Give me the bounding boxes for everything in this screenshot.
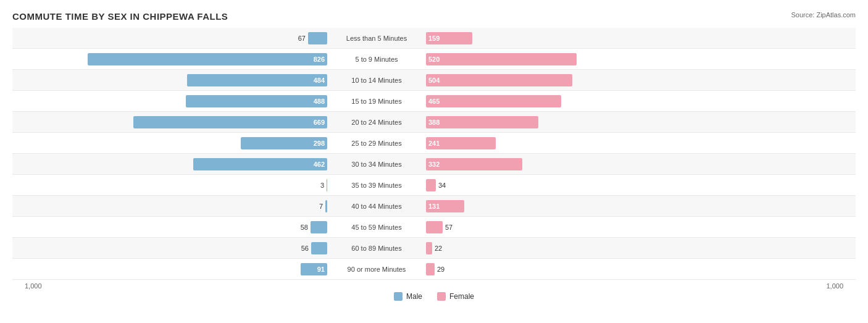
rows-wrapper: 67Less than 5 Minutes1598265 to 9 Minute… xyxy=(12,28,856,280)
left-section: 669 xyxy=(12,112,327,132)
left-section: 7 xyxy=(12,196,327,216)
table-row: 5845 to 59 Minutes57 xyxy=(12,217,856,238)
table-row: 29825 to 29 Minutes241 xyxy=(12,133,856,154)
legend-male: Male xyxy=(394,292,422,301)
female-bar xyxy=(426,242,432,254)
right-section: 504 xyxy=(426,70,741,90)
legend-female: Female xyxy=(437,292,474,301)
male-value: 669 xyxy=(314,119,325,126)
male-bar: 826 xyxy=(88,53,327,65)
female-value: 34 xyxy=(438,182,446,189)
row-label: 5 to 9 Minutes xyxy=(327,56,426,63)
male-bar: 488 xyxy=(186,95,327,107)
left-section: 3 xyxy=(12,175,327,195)
female-value: 465 xyxy=(428,98,440,105)
male-value: 56 xyxy=(301,245,309,252)
table-row: 66920 to 24 Minutes388 xyxy=(12,112,856,133)
female-bar: 520 xyxy=(426,53,577,65)
right-section: 465 xyxy=(426,91,741,111)
female-bar: 131 xyxy=(426,200,464,212)
axis-left: 1,000 xyxy=(25,282,42,290)
row-label: Less than 5 Minutes xyxy=(327,35,426,42)
table-row: 9190 or more Minutes29 xyxy=(12,259,856,280)
right-section: 159 xyxy=(426,28,741,48)
left-section: 91 xyxy=(12,259,327,279)
male-value: 67 xyxy=(298,35,306,42)
female-value: 131 xyxy=(428,203,440,210)
table-row: 46230 to 34 Minutes332 xyxy=(12,154,856,175)
chart-container: COMMUTE TIME BY SEX IN CHIPPEWA FALLS So… xyxy=(0,0,868,323)
chart-title: COMMUTE TIME BY SEX IN CHIPPEWA FALLS xyxy=(12,11,856,22)
male-bar: 298 xyxy=(241,137,327,149)
row-label: 40 to 44 Minutes xyxy=(327,203,426,210)
left-section: 56 xyxy=(12,238,327,258)
male-bar xyxy=(308,32,327,44)
female-value: 29 xyxy=(437,266,444,273)
female-bar xyxy=(426,179,436,191)
legend-female-box xyxy=(437,292,446,301)
table-row: 67Less than 5 Minutes159 xyxy=(12,28,856,49)
table-row: 8265 to 9 Minutes520 xyxy=(12,49,856,70)
male-bar: 91 xyxy=(301,263,327,275)
left-section: 298 xyxy=(12,133,327,153)
left-section: 484 xyxy=(12,70,327,90)
row-label: 30 to 34 Minutes xyxy=(327,161,426,168)
female-value: 520 xyxy=(428,56,440,63)
left-section: 826 xyxy=(12,49,327,69)
female-value: 332 xyxy=(428,161,440,168)
row-label: 25 to 29 Minutes xyxy=(327,140,426,147)
male-value: 298 xyxy=(314,140,325,147)
right-section: 34 xyxy=(426,175,741,195)
left-section: 67 xyxy=(12,28,327,48)
axis-labels: 1,000 1,000 xyxy=(12,280,856,290)
male-value: 58 xyxy=(301,224,308,231)
row-label: 35 to 39 Minutes xyxy=(327,182,426,189)
table-row: 740 to 44 Minutes131 xyxy=(12,196,856,217)
female-bar: 388 xyxy=(426,116,538,128)
female-bar: 332 xyxy=(426,158,522,170)
male-value: 488 xyxy=(314,98,325,105)
male-value: 462 xyxy=(314,161,325,168)
left-section: 462 xyxy=(12,154,327,174)
row-label: 45 to 59 Minutes xyxy=(327,224,426,231)
male-value: 91 xyxy=(317,266,325,273)
table-row: 48410 to 14 Minutes504 xyxy=(12,70,856,91)
female-bar: 159 xyxy=(426,32,472,44)
left-section: 488 xyxy=(12,91,327,111)
legend-male-label: Male xyxy=(406,292,422,301)
row-label: 90 or more Minutes xyxy=(327,266,426,273)
legend-female-label: Female xyxy=(449,292,474,301)
right-section: 22 xyxy=(426,238,741,258)
right-section: 131 xyxy=(426,196,741,216)
legend-male-box xyxy=(394,292,403,301)
table-row: 5660 to 89 Minutes22 xyxy=(12,238,856,259)
row-label: 20 to 24 Minutes xyxy=(327,119,426,126)
male-value: 826 xyxy=(314,56,325,63)
row-label: 15 to 19 Minutes xyxy=(327,98,426,105)
male-bar: 484 xyxy=(187,74,327,86)
male-bar xyxy=(311,221,327,233)
right-section: 57 xyxy=(426,217,741,237)
male-bar xyxy=(311,242,327,254)
row-label: 60 to 89 Minutes xyxy=(327,245,426,252)
female-bar: 504 xyxy=(426,74,572,86)
female-bar: 465 xyxy=(426,95,561,107)
female-value: 22 xyxy=(435,245,442,252)
right-section: 332 xyxy=(426,154,741,174)
male-bar: 669 xyxy=(133,116,327,128)
female-value: 388 xyxy=(428,119,440,126)
row-label: 10 to 14 Minutes xyxy=(327,77,426,84)
right-section: 520 xyxy=(426,49,741,69)
table-row: 335 to 39 Minutes34 xyxy=(12,175,856,196)
female-bar xyxy=(426,263,435,275)
legend: Male Female xyxy=(12,292,856,301)
female-value: 504 xyxy=(428,77,440,84)
right-section: 29 xyxy=(426,259,741,279)
axis-right: 1,000 xyxy=(826,282,843,290)
table-row: 48815 to 19 Minutes465 xyxy=(12,91,856,112)
female-value: 159 xyxy=(428,35,440,42)
female-bar: 241 xyxy=(426,137,496,149)
male-value: 484 xyxy=(314,77,325,84)
right-section: 388 xyxy=(426,112,741,132)
source-text: Source: ZipAtlas.com xyxy=(791,11,856,19)
